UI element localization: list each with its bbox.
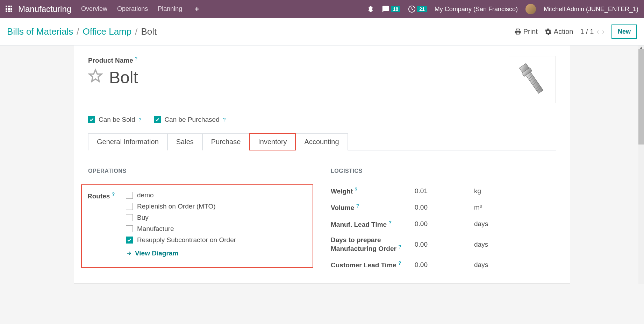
weight-label: Weight ?	[331, 186, 415, 195]
routes-highlight-box: Routes ? demo Replenish on Order (MTO)	[81, 184, 313, 268]
volume-unit: m³	[474, 204, 556, 211]
favorite-star-icon[interactable]	[88, 69, 103, 87]
tab-sales[interactable]: Sales	[167, 133, 202, 150]
route-demo-label: demo	[137, 191, 154, 199]
navbar: Manufacturing Overview Operations Planni…	[0, 0, 644, 18]
help-icon[interactable]: ?	[112, 191, 115, 197]
breadcrumb: Bills of Materials / Office Lamp / Bolt	[7, 26, 157, 37]
product-name[interactable]: Bolt	[109, 68, 138, 87]
print-button[interactable]: Print	[514, 28, 538, 36]
customer-lead-time-unit: days	[474, 261, 556, 269]
route-demo-checkbox[interactable]	[126, 192, 133, 199]
user-menu[interactable]: Mitchell Admin (JUNE_ENTER_1)	[544, 6, 638, 13]
can-be-sold-label: Can be Sold	[99, 116, 135, 124]
route-mto-checkbox[interactable]	[126, 203, 133, 210]
weight-unit: kg	[474, 187, 556, 195]
tab-general-information[interactable]: General Information	[88, 133, 167, 150]
manuf-lead-time-value[interactable]: 0.00	[415, 220, 474, 228]
breadcrumb-sep: /	[77, 26, 79, 37]
operations-section-title: OPERATIONS	[88, 168, 313, 174]
logistics-section-title: LOGISTICS	[331, 168, 556, 174]
view-diagram-button[interactable]: View Diagram	[126, 249, 236, 257]
nav-planning[interactable]: Planning	[158, 5, 182, 13]
form-container: Product Name ? Bolt	[0, 45, 644, 284]
messages-badge: 18	[391, 6, 401, 12]
action-button[interactable]: Action	[545, 28, 573, 36]
routes-label: Routes ?	[87, 191, 119, 200]
breadcrumb-parent[interactable]: Office Lamp	[83, 26, 132, 37]
manuf-lead-time-unit: days	[474, 220, 556, 228]
product-name-label: Product Name ?	[88, 56, 509, 64]
form-sheet: Product Name ? Bolt	[74, 45, 570, 284]
scroll-up-icon[interactable]: ▲	[638, 45, 644, 49]
scrollbar[interactable]: ▲	[638, 45, 644, 284]
weight-value[interactable]: 0.01	[415, 187, 474, 195]
help-icon[interactable]: ?	[139, 117, 142, 122]
can-be-purchased-label: Can be Purchased	[164, 116, 219, 124]
manuf-lead-time-label: Manuf. Lead Time ?	[331, 220, 415, 228]
days-prepare-mo-value[interactable]: 0.00	[415, 241, 474, 248]
activities-icon[interactable]: 21	[408, 5, 427, 13]
tab-purchase[interactable]: Purchase	[202, 133, 250, 150]
route-manufacture-label: Manufacture	[137, 225, 174, 233]
route-mto-label: Replenish on Order (MTO)	[137, 203, 216, 210]
tab-inventory[interactable]: Inventory	[249, 133, 295, 150]
help-icon[interactable]: ?	[356, 203, 359, 209]
debug-icon[interactable]	[367, 6, 374, 13]
can-be-sold-checkbox[interactable]	[88, 116, 95, 123]
route-buy-checkbox[interactable]	[126, 214, 133, 221]
route-resupply-subcontractor-label: Resupply Subcontractor on Order	[137, 236, 236, 244]
days-prepare-mo-label: Days to prepare Manufacturing Order ?	[331, 236, 415, 253]
help-icon[interactable]: ?	[223, 117, 226, 122]
control-panel: Bills of Materials / Office Lamp / Bolt …	[0, 18, 644, 45]
customer-lead-time-value[interactable]: 0.00	[415, 261, 474, 269]
route-resupply-subcontractor-checkbox[interactable]	[126, 237, 133, 244]
nav-add-icon[interactable]: +	[195, 5, 199, 13]
help-icon[interactable]: ?	[135, 56, 137, 62]
nav-operations[interactable]: Operations	[117, 5, 148, 13]
help-icon[interactable]: ?	[355, 186, 358, 192]
notebook-tabs: General Information Sales Purchase Inven…	[88, 133, 556, 150]
tab-accounting[interactable]: Accounting	[296, 133, 348, 150]
pager-prev-icon[interactable]: ‹	[596, 27, 599, 36]
help-icon[interactable]: ?	[398, 244, 401, 249]
nav-links: Overview Operations Planning +	[81, 5, 199, 13]
customer-lead-time-label: Customer Lead Time ?	[331, 260, 415, 269]
nav-overview[interactable]: Overview	[81, 5, 107, 13]
user-avatar[interactable]	[525, 4, 536, 14]
volume-label: Volume ?	[331, 203, 415, 212]
pager-next-icon[interactable]: ›	[602, 27, 604, 36]
messages-icon[interactable]: 18	[382, 5, 401, 13]
volume-value[interactable]: 0.00	[415, 204, 474, 211]
product-image[interactable]	[509, 56, 556, 103]
scrollbar-thumb[interactable]	[638, 49, 644, 145]
svg-rect-3	[526, 72, 543, 93]
activities-badge: 21	[417, 6, 427, 12]
help-icon[interactable]: ?	[398, 260, 401, 266]
breadcrumb-current: Bolt	[141, 26, 157, 37]
help-icon[interactable]: ?	[388, 220, 392, 225]
apps-launcher-icon[interactable]	[6, 6, 13, 13]
route-buy-label: Buy	[137, 214, 149, 221]
route-manufacture-checkbox[interactable]	[126, 225, 133, 232]
company-selector[interactable]: My Company (San Francisco)	[435, 6, 518, 13]
breadcrumb-sep: /	[135, 26, 137, 37]
days-prepare-mo-unit: days	[474, 241, 556, 248]
can-be-purchased-checkbox[interactable]	[154, 116, 161, 123]
pager: 1 / 1 ‹ ›	[580, 27, 604, 36]
app-title[interactable]: Manufacturing	[18, 4, 71, 14]
breadcrumb-root[interactable]: Bills of Materials	[7, 26, 73, 37]
pager-value[interactable]: 1 / 1	[580, 28, 594, 36]
new-button[interactable]: New	[611, 24, 637, 39]
